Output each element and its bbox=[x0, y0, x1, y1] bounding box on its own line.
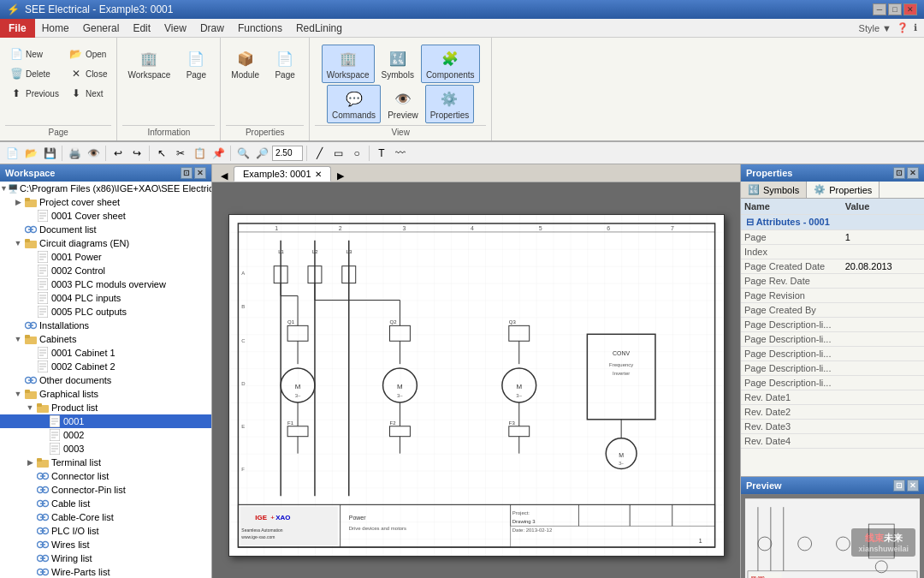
menu-home[interactable]: Home bbox=[35, 21, 76, 36]
props-value-3[interactable]: 20.08.2013 bbox=[842, 259, 924, 274]
next-button[interactable]: ⬇ Next bbox=[65, 84, 112, 103]
tb-circle[interactable]: ○ bbox=[348, 145, 365, 162]
tree-item-0001[interactable]: 0001 Power bbox=[0, 250, 211, 264]
tab-next-arrow[interactable]: ▶ bbox=[332, 170, 349, 182]
tb-print[interactable]: 🖨️ bbox=[66, 145, 83, 162]
tree-expand-termlist[interactable]: ▶ bbox=[24, 456, 36, 468]
workspace-tree[interactable]: ▼🖥️C:\Program Files (x86)\IGE+XAO\SEE El… bbox=[0, 182, 211, 578]
tb-copy[interactable]: 📋 bbox=[191, 145, 208, 162]
main-tab[interactable]: Example3: 0001 ✕ bbox=[234, 166, 331, 182]
tb-text[interactable]: T bbox=[373, 145, 390, 162]
props-value-12[interactable] bbox=[842, 390, 924, 405]
props-value-6[interactable] bbox=[842, 303, 924, 318]
props-value-7[interactable] bbox=[842, 318, 924, 332]
drawing-area[interactable]: IGE + XAO Seamless Automation www.ige-xa… bbox=[212, 182, 740, 578]
minimize-button[interactable]: ─ bbox=[873, 3, 886, 15]
tree-expand-graphlists[interactable]: ▼ bbox=[12, 388, 24, 400]
preview-float-button[interactable]: ⊡ bbox=[893, 480, 905, 492]
close-button[interactable]: ✕ bbox=[903, 3, 917, 15]
tb-select[interactable]: ↖ bbox=[153, 145, 170, 162]
previous-button[interactable]: ⬆ Previous bbox=[5, 84, 63, 103]
menu-redlining[interactable]: RedLining bbox=[289, 21, 349, 36]
tree-item-cover[interactable]: 0001 Cover sheet bbox=[0, 209, 211, 223]
tb-paste[interactable]: 📌 bbox=[210, 145, 227, 162]
tree-item-connlist[interactable]: Connector list bbox=[0, 469, 211, 483]
props-close-button[interactable]: ✕ bbox=[907, 167, 919, 179]
menu-functions[interactable]: Functions bbox=[231, 21, 289, 36]
info-icon[interactable]: ℹ bbox=[914, 22, 917, 33]
tb-cut[interactable]: ✂ bbox=[172, 145, 189, 162]
tree-item-0003[interactable]: 0003 PLC moduls overview bbox=[0, 277, 211, 291]
props-value-15[interactable] bbox=[842, 434, 924, 449]
props-value-10[interactable] bbox=[842, 361, 924, 376]
symbols-button[interactable]: 🔣 Symbols bbox=[376, 45, 419, 83]
properties-view-button[interactable]: ⚙️ Properties bbox=[425, 85, 475, 123]
tb-preview[interactable]: 👁️ bbox=[85, 145, 102, 162]
style-dropdown[interactable]: Style ▼ bbox=[859, 23, 891, 33]
file-menu[interactable]: File bbox=[0, 19, 35, 38]
menu-draw[interactable]: Draw bbox=[193, 21, 231, 36]
tree-item-graphlists[interactable]: ▼Graphical lists bbox=[0, 387, 211, 401]
workspace-view-button[interactable]: 🏢 Workspace bbox=[322, 45, 375, 83]
tb-redo[interactable]: ↪ bbox=[128, 145, 145, 162]
workspace-float-button[interactable]: ⊡ bbox=[181, 167, 192, 179]
props-float-button[interactable]: ⊡ bbox=[893, 167, 905, 179]
tb-zoom-in[interactable]: 🔍 bbox=[234, 145, 252, 162]
tb-undo[interactable]: ↩ bbox=[110, 145, 127, 162]
tree-item-wiring[interactable]: Wiring list bbox=[0, 551, 211, 565]
props-value-2[interactable] bbox=[842, 245, 924, 259]
tree-item-project[interactable]: ▶Project cover sheet bbox=[0, 195, 211, 209]
tb-rect[interactable]: ▭ bbox=[329, 145, 346, 162]
menu-view[interactable]: View bbox=[157, 21, 193, 36]
tree-item-wires[interactable]: Wires list bbox=[0, 538, 211, 551]
tree-expand-root[interactable]: ▼ bbox=[0, 182, 8, 194]
tree-item-termlist[interactable]: ▶Terminal list bbox=[0, 456, 211, 469]
preview-button[interactable]: 👁️ Preview bbox=[382, 85, 424, 123]
props-value-1[interactable]: 1 bbox=[842, 230, 924, 245]
tree-expand-project[interactable]: ▶ bbox=[12, 196, 24, 208]
tree-item-0002[interactable]: 0002 Control bbox=[0, 264, 211, 277]
delete-button[interactable]: 🗑️ Delete bbox=[5, 64, 63, 83]
props-value-9[interactable] bbox=[842, 347, 924, 361]
tb-save[interactable]: 💾 bbox=[41, 145, 58, 162]
props-value-11[interactable] bbox=[842, 376, 924, 390]
props-value-13[interactable] bbox=[842, 405, 924, 420]
tree-item-prod0003[interactable]: 0003 bbox=[0, 442, 211, 456]
commands-button[interactable]: 💬 Commands bbox=[327, 85, 381, 123]
open-button[interactable]: 📂 Open bbox=[65, 45, 112, 63]
properties-scroll-area[interactable]: Name Value ⊟ Attributes - 0001Page1Index… bbox=[741, 199, 924, 476]
tree-item-prod0001[interactable]: 0001 bbox=[0, 414, 211, 428]
tree-expand-prodlist[interactable]: ▼ bbox=[24, 402, 36, 414]
tree-item-doclist[interactable]: Document list bbox=[0, 223, 211, 236]
menu-general[interactable]: General bbox=[76, 21, 127, 36]
tree-item-connpin[interactable]: Connector-Pin list bbox=[0, 483, 211, 497]
workspace-info-button[interactable]: 🏢 Workspace bbox=[122, 45, 175, 83]
menu-edit[interactable]: Edit bbox=[126, 21, 157, 36]
tree-item-cab1[interactable]: 0001 Cabinet 1 bbox=[0, 346, 211, 360]
tab-close[interactable]: ✕ bbox=[315, 170, 322, 179]
help-icon[interactable]: ❓ bbox=[897, 22, 909, 33]
tree-item-cablelist[interactable]: Cable list bbox=[0, 497, 211, 510]
tb-zoom-out[interactable]: 🔎 bbox=[253, 145, 270, 162]
close-button[interactable]: ✕ Close bbox=[65, 64, 112, 83]
preview-close-button[interactable]: ✕ bbox=[907, 480, 919, 492]
components-button[interactable]: 🧩 Components bbox=[421, 45, 480, 83]
props-value-8[interactable] bbox=[842, 332, 924, 347]
props-value-4[interactable] bbox=[842, 274, 924, 289]
tree-item-0004[interactable]: 0004 PLC inputs bbox=[0, 291, 211, 305]
tree-expand-circuits[interactable]: ▼ bbox=[12, 237, 24, 249]
tb-wire[interactable]: 〰 bbox=[392, 145, 409, 162]
workspace-close-button[interactable]: ✕ bbox=[194, 167, 206, 179]
module-button[interactable]: 📦 Module bbox=[226, 45, 264, 83]
page-props-button[interactable]: 📄 Page bbox=[266, 45, 304, 83]
tree-item-prod0002[interactable]: 0002 bbox=[0, 428, 211, 442]
tree-item-plcio[interactable]: PLC I/O list bbox=[0, 524, 211, 538]
tab-prev-arrow[interactable]: ◀ bbox=[216, 170, 233, 182]
tb-open[interactable]: 📂 bbox=[22, 145, 39, 162]
tree-item-install[interactable]: Installations bbox=[0, 319, 211, 332]
tree-item-root[interactable]: ▼🖥️C:\Program Files (x86)\IGE+XAO\SEE El… bbox=[0, 182, 211, 195]
tree-item-cabinets[interactable]: ▼Cabinets bbox=[0, 332, 211, 346]
maximize-button[interactable]: □ bbox=[888, 3, 902, 15]
props-value-5[interactable] bbox=[842, 289, 924, 303]
properties-tab[interactable]: ⚙️ Properties bbox=[807, 182, 880, 198]
